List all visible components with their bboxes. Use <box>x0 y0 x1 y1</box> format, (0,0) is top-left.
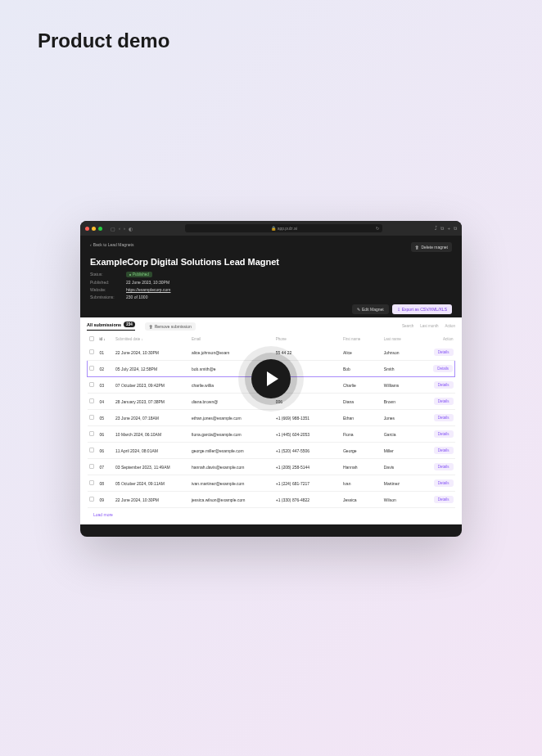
traffic-lights <box>85 227 102 231</box>
back-icon[interactable]: ‹ <box>119 226 120 231</box>
row-lastname: Smith <box>382 361 423 377</box>
row-firstname: Charlie <box>341 377 382 394</box>
remove-submission-button[interactable]: 🗑 Remove submission <box>145 322 196 331</box>
details-button[interactable]: Details <box>434 414 454 421</box>
delete-magnet-button[interactable]: 🗑 Delete magnet <box>411 242 452 252</box>
action-dropdown[interactable]: Action <box>445 324 455 328</box>
row-id: 03 <box>97 377 113 394</box>
tabs-icon[interactable]: ⧉ <box>454 226 457 232</box>
trash-icon: 🗑 <box>415 245 419 250</box>
table-row[interactable]: 09 22 June 2024, 10:30PM jessica.wilson@… <box>88 492 455 508</box>
tab-all-submissions[interactable]: All submissions 234 <box>87 322 135 331</box>
row-phone: 55 44 22 <box>274 344 341 361</box>
details-button[interactable]: Details <box>434 349 454 356</box>
sidebar-toggle-icon[interactable]: ▢ <box>111 226 115 232</box>
edit-magnet-button[interactable]: ✎ Edit Magnet <box>352 304 389 314</box>
row-checkbox[interactable] <box>89 382 94 387</box>
table-row[interactable]: 06 10 March 2024, 06:10AM fiona.garcia@e… <box>88 426 455 443</box>
row-lastname: Williams <box>382 377 423 394</box>
close-window-icon[interactable] <box>85 227 89 231</box>
row-lastname: Martinez <box>382 475 423 492</box>
website-link[interactable]: https://examplecorp.com <box>126 287 170 292</box>
table-row[interactable]: 08 05 October 2024, 09:11AM ivan.martine… <box>88 475 455 492</box>
maximize-window-icon[interactable] <box>98 227 102 231</box>
forward-icon[interactable]: › <box>124 226 125 231</box>
url-bar[interactable]: 🔒 app.pulz.ai ↻ <box>185 224 382 232</box>
refresh-icon[interactable]: ↻ <box>376 226 379 231</box>
row-lastname: Wilson <box>382 492 423 508</box>
header-email[interactable]: Email <box>190 334 274 344</box>
table-row[interactable]: 01 22 June 2024, 10:30PM alice.johnson@e… <box>88 344 455 361</box>
header-submitted[interactable]: Submitted date ↓ <box>114 334 190 344</box>
play-video-button[interactable] <box>251 359 291 398</box>
new-tab-icon[interactable]: + <box>447 226 450 232</box>
header-id[interactable]: id ↓ <box>97 334 113 344</box>
website-label: Website: <box>90 287 121 292</box>
url-text: app.pulz.ai <box>278 226 297 231</box>
header-lastname[interactable]: Last name <box>382 334 423 344</box>
row-firstname: Fiona <box>341 426 382 443</box>
table-area: All submissions 234 🗑 Remove submission … <box>80 317 462 524</box>
back-to-lead-magnets-link[interactable]: ‹ Back to Lead Magnets <box>90 242 133 247</box>
row-firstname: Hannah <box>341 459 382 475</box>
export-button[interactable]: ⇩ Export as CSV/XML/XLS <box>392 304 452 314</box>
row-email: jessica.wilson@example.com <box>190 492 274 508</box>
time-range-filter[interactable]: Last month <box>420 324 438 328</box>
details-button[interactable]: Details <box>434 479 454 487</box>
submission-count-badge: 234 <box>124 322 135 327</box>
row-phone: +1 (224) 681-7217 <box>274 475 341 492</box>
table-row[interactable]: 06 11 April 2024, 08:01AM george.miller@… <box>88 443 455 459</box>
details-button[interactable]: Details <box>434 463 454 470</box>
search-toggle[interactable]: Search <box>402 324 413 328</box>
row-firstname: Bob <box>341 361 382 377</box>
minimize-window-icon[interactable] <box>92 227 96 231</box>
row-checkbox[interactable] <box>89 366 94 371</box>
details-button[interactable]: Details <box>434 447 454 454</box>
table-row[interactable]: 05 23 June 2024, 07:18AM ethan.jones@exa… <box>88 410 455 426</box>
table-row[interactable]: 07 03 September 2023, 11:49AM hannah.dav… <box>88 459 455 475</box>
details-button[interactable]: Details <box>434 430 454 438</box>
copy-icon[interactable]: ⧉ <box>440 226 444 232</box>
row-checkbox[interactable] <box>89 431 94 436</box>
row-date: 07 October 2023, 09:42PM <box>114 377 190 394</box>
row-email: alice.johnson@exam <box>190 344 274 361</box>
row-checkbox[interactable] <box>89 464 94 469</box>
lock-icon: 🔒 <box>271 226 276 231</box>
row-checkbox[interactable] <box>89 497 94 502</box>
row-date: 03 September 2023, 11:49AM <box>114 459 190 475</box>
details-button[interactable]: Details <box>433 365 453 372</box>
row-phone: +1 (445) 604-2053 <box>274 426 341 443</box>
row-date: 10 March 2024, 06:10AM <box>114 426 190 443</box>
details-button[interactable]: Details <box>434 398 454 405</box>
pencil-icon: ✎ <box>357 307 360 312</box>
load-more-link[interactable]: Load more <box>87 508 455 521</box>
row-phone: +1 (520) 447-5506 <box>274 443 341 459</box>
row-id: 01 <box>97 344 113 361</box>
row-date: 05 July 2024, 12:58PM <box>114 361 190 377</box>
row-checkbox[interactable] <box>89 398 94 403</box>
header-select[interactable] <box>88 334 98 344</box>
details-button[interactable]: Details <box>434 381 454 389</box>
row-email: fiona.garcia@example.com <box>190 426 274 443</box>
export-icon: ⇩ <box>397 307 400 312</box>
header-firstname[interactable]: First name <box>341 334 382 344</box>
row-checkbox[interactable] <box>89 349 94 354</box>
row-lastname: Jones <box>382 410 423 426</box>
row-firstname: Alice <box>341 344 382 361</box>
row-checkbox[interactable] <box>89 415 94 420</box>
row-checkbox[interactable] <box>89 480 94 485</box>
row-phone: 006 <box>274 394 341 410</box>
share-icon[interactable]: ⤴ <box>435 226 437 232</box>
lead-magnet-title: ExampleCorp Digital Solutions Lead Magne… <box>90 257 452 267</box>
row-checkbox[interactable] <box>89 448 94 452</box>
row-firstname: Diana <box>341 394 382 410</box>
row-lastname: Garcia <box>382 426 423 443</box>
row-date: 28 January 2023, 07:38PM <box>114 394 190 410</box>
submissions-value: 230 of 1000 <box>126 295 147 299</box>
row-email: ivan.martinez@example.com <box>190 475 274 492</box>
row-id: 06 <box>97 443 113 459</box>
details-button[interactable]: Details <box>434 496 454 503</box>
header-phone[interactable]: Phone <box>274 334 341 344</box>
row-email: george.miller@example.com <box>190 443 274 459</box>
shield-icon[interactable]: ◐ <box>129 226 133 232</box>
